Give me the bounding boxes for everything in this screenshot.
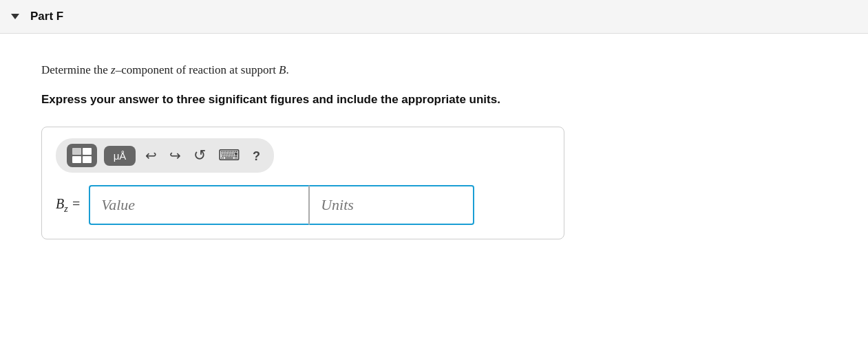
label-main: B (56, 196, 64, 211)
units-input[interactable] (309, 185, 474, 225)
undo-button[interactable] (142, 146, 160, 165)
toolbar: μÅ (56, 138, 274, 173)
label-subscript: z (64, 204, 67, 214)
redo-icon (169, 147, 181, 164)
matrix-button[interactable] (67, 144, 97, 167)
problem-text: Determine the z–component of reaction at… (41, 61, 827, 79)
help-button[interactable] (250, 147, 263, 165)
value-input[interactable] (89, 185, 309, 225)
page-wrapper: Part F Determine the z–component of reac… (0, 0, 868, 355)
content-area: Determine the z–component of reaction at… (0, 34, 868, 260)
input-row: Bz = (56, 185, 550, 225)
instruction-text: Express your answer to three significant… (41, 92, 827, 108)
keyboard-button[interactable] (215, 145, 243, 166)
undo-icon (145, 147, 157, 164)
part-header: Part F (0, 0, 868, 34)
bold-B: B (279, 63, 286, 76)
chevron-down-icon[interactable] (11, 14, 19, 19)
matrix-cell-4 (83, 156, 92, 163)
italic-z: z (111, 63, 116, 76)
answer-container: μÅ (41, 127, 564, 239)
matrix-cell-2 (83, 148, 92, 155)
refresh-button[interactable] (191, 145, 209, 166)
redo-button[interactable] (167, 146, 184, 165)
label-equals: = (72, 196, 81, 211)
matrix-cell-3 (72, 156, 81, 163)
equation-label: Bz = (56, 196, 81, 215)
refresh-icon (193, 147, 206, 164)
unit-button[interactable]: μÅ (104, 146, 136, 166)
matrix-cell-1 (72, 148, 81, 155)
matrix-icon (72, 148, 92, 163)
part-title: Part F (30, 10, 63, 23)
unit-button-label: μÅ (114, 150, 127, 162)
keyboard-icon (218, 147, 240, 164)
question-icon (253, 148, 260, 164)
